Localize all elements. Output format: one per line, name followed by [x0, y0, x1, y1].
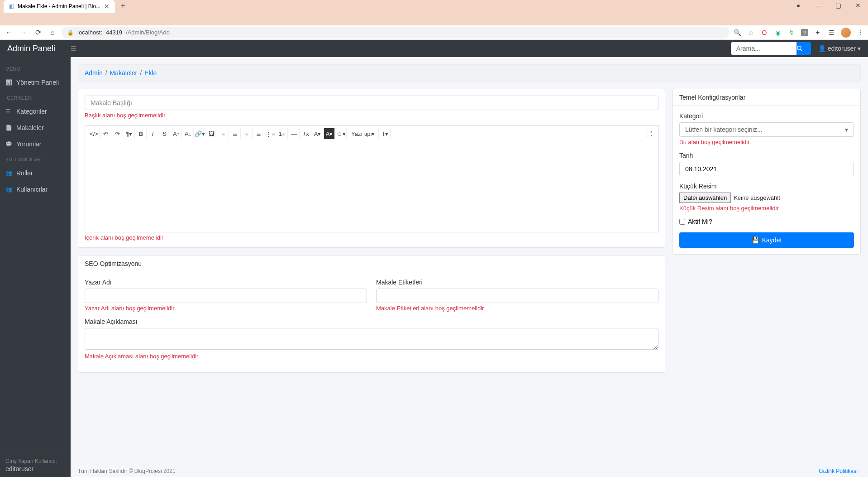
- browser-tab[interactable]: ◧ Makale Ekle - Admin Paneli | Blo... ✕: [4, 0, 115, 13]
- breadcrumb-articles[interactable]: Makaleler: [110, 69, 138, 77]
- italic-button[interactable]: I: [148, 128, 158, 139]
- tags-input[interactable]: [376, 289, 658, 303]
- record-icon[interactable]: ●: [792, 2, 805, 9]
- privacy-link[interactable]: Gizlilik Politikası: [819, 468, 858, 474]
- sidebar-item-categories[interactable]: ☰ Kategoriler: [0, 103, 71, 120]
- font-color-button[interactable]: A▾: [312, 128, 323, 139]
- ext-icon-1[interactable]: ◉: [774, 29, 782, 37]
- font-size-down-button[interactable]: A↓: [183, 128, 194, 139]
- sidebar-item-label: Yorumlar: [16, 140, 42, 148]
- date-label: Tarih: [679, 152, 854, 159]
- breadcrumb-divider: /: [105, 69, 107, 77]
- sidebar-item-users[interactable]: 👥 Kullanıcılar: [0, 181, 71, 198]
- date-input[interactable]: [679, 162, 854, 176]
- file-icon: 📄: [5, 125, 13, 131]
- ordered-list-button[interactable]: 1≡: [277, 128, 288, 139]
- back-button[interactable]: ←: [4, 29, 14, 37]
- image-button[interactable]: 🖼: [206, 128, 217, 139]
- zoom-icon[interactable]: 🔍: [733, 29, 741, 37]
- content-area: Admin / Makaleler / Ekle Başlık alanı bo…: [71, 57, 868, 477]
- star-icon[interactable]: ☆: [747, 29, 755, 37]
- unordered-list-button[interactable]: ⋮≡: [265, 128, 276, 139]
- sidebar-item-roles[interactable]: 👥 Roller: [0, 165, 71, 181]
- active-checkbox[interactable]: [679, 219, 685, 225]
- desc-input[interactable]: [85, 328, 658, 350]
- bold-button[interactable]: B: [136, 128, 147, 139]
- save-icon: 💾: [752, 236, 759, 244]
- gauge-icon: 📊: [5, 79, 13, 86]
- browser-chrome: ● — ▢ ✕ ◧ Makale Ekle - Admin Paneli | B…: [0, 0, 868, 25]
- copyright: Tüm Hakları Saklıdır © BlogProjesi 2021: [78, 468, 176, 474]
- align-right-button[interactable]: ≡: [242, 128, 253, 139]
- config-card: Temel Konfigürasyonlar Kategori Lütfen b…: [672, 89, 861, 255]
- sidebar-item-label: Kategoriler: [16, 108, 47, 115]
- forward-button[interactable]: →: [18, 29, 29, 37]
- align-justify-button[interactable]: ≣: [253, 128, 264, 139]
- redo-button[interactable]: ↷: [112, 128, 123, 139]
- sidebar-item-dashboard[interactable]: 📊 Yönetim Paneli: [0, 74, 71, 91]
- reload-button[interactable]: ⟳: [33, 28, 43, 37]
- user-menu[interactable]: 👤 editoruser ▾: [818, 45, 861, 52]
- ext-icon-2[interactable]: ↯: [787, 29, 796, 37]
- thumb-label: Küçük Resim: [679, 183, 854, 190]
- extensions-icon[interactable]: ✦: [814, 29, 822, 37]
- tab-favicon-icon: ◧: [9, 3, 14, 10]
- home-button[interactable]: ⌂: [47, 29, 58, 37]
- menu-icon[interactable]: ⋮: [856, 29, 864, 37]
- sidebar-item-articles[interactable]: 📄 Makaleler: [0, 120, 71, 136]
- close-window-button[interactable]: ✕: [852, 2, 864, 9]
- maximize-button[interactable]: ▢: [832, 2, 844, 9]
- chevron-down-icon: ▾: [858, 45, 861, 52]
- sidebar-item-comments[interactable]: 💬 Yorumlar: [0, 136, 71, 152]
- hr-button[interactable]: —: [289, 128, 300, 139]
- search-button[interactable]: [796, 42, 811, 55]
- help-icon[interactable]: ?: [801, 29, 808, 36]
- opera-icon[interactable]: O: [760, 29, 768, 37]
- tags-error: Makale Etiketleri alanı boş geçilmemelid…: [376, 305, 658, 312]
- align-left-button[interactable]: ≡: [218, 128, 229, 139]
- category-select[interactable]: Lütfen bir kategori seçiniz... ▾: [679, 122, 854, 137]
- url-input[interactable]: 🔒 localhost:44319/Admin/Blog/Add: [62, 27, 730, 39]
- breadcrumb-add[interactable]: Ekle: [144, 69, 157, 77]
- font-family-button[interactable]: Yazı tipi ▾: [348, 128, 379, 139]
- svg-line-1: [800, 49, 801, 51]
- sidebar-item-label: Roller: [16, 169, 33, 177]
- align-center-button[interactable]: ≣: [230, 128, 241, 139]
- url-host: localhost:: [77, 29, 102, 36]
- author-error: Yazar Adı alanı boş geçilmemelidir: [85, 305, 367, 312]
- font-size-button[interactable]: T▾: [380, 128, 391, 139]
- title-input[interactable]: [85, 96, 658, 110]
- author-input[interactable]: [85, 289, 367, 303]
- reading-list-icon[interactable]: ☰: [827, 29, 835, 37]
- save-button[interactable]: 💾 Kaydet: [679, 232, 854, 248]
- category-error: Bu alan boş geçilmemelidir.: [679, 139, 854, 145]
- comment-icon: 💬: [5, 141, 13, 147]
- breadcrumb: Admin / Makaleler / Ekle: [78, 64, 861, 82]
- fullscreen-button[interactable]: ⛶: [644, 128, 654, 139]
- strike-button[interactable]: S: [159, 128, 170, 139]
- undo-button[interactable]: ↶: [100, 128, 111, 139]
- sidebar-header-users: KULLANICILAR: [0, 152, 71, 165]
- close-tab-button[interactable]: ✕: [104, 3, 110, 10]
- sidebar-footer: Giriş Yapan Kullanıcı: editoruser: [0, 453, 71, 477]
- code-view-button[interactable]: </>: [89, 128, 100, 139]
- search-input[interactable]: [731, 42, 796, 55]
- main-card: Başlık alanı boş geçilmemelidir </> ↶ ↷ …: [78, 89, 665, 248]
- file-choose-button[interactable]: Datei auswählen: [679, 193, 731, 203]
- link-button[interactable]: 🔗▾: [195, 128, 205, 139]
- new-tab-button[interactable]: +: [115, 0, 131, 13]
- profile-avatar[interactable]: [841, 28, 851, 38]
- sidebar-toggle-button[interactable]: ☰: [71, 45, 76, 52]
- clear-format-button[interactable]: Tx: [300, 128, 311, 139]
- breadcrumb-admin[interactable]: Admin: [85, 69, 103, 77]
- emoji-button[interactable]: ☺▾: [336, 128, 347, 139]
- user-name: editoruser: [828, 45, 856, 52]
- editor-content[interactable]: [85, 142, 658, 232]
- content-error: İçerik alanı boş geçilmemelidir: [85, 234, 658, 241]
- minimize-button[interactable]: —: [812, 2, 825, 9]
- font-size-up-button[interactable]: A↑: [171, 128, 182, 139]
- chevron-down-icon: ▾: [845, 126, 848, 133]
- paragraph-button[interactable]: ¶▾: [124, 128, 135, 139]
- bg-color-button[interactable]: A▾: [324, 128, 335, 139]
- sidebar-header-menu: MENÜ: [0, 62, 71, 74]
